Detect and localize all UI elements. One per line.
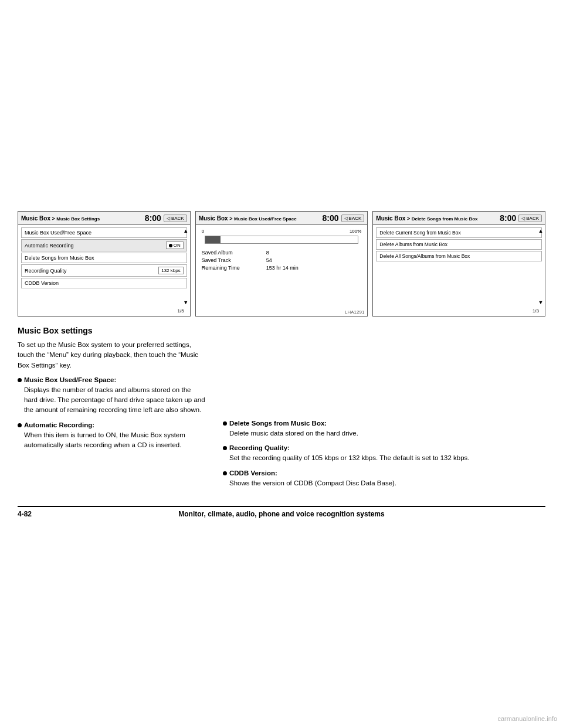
screen1-body: Music Box Used/Free Space Automatic Reco… [18, 225, 190, 292]
page-wrapper: Music Box > Music Box Settings 8:00 ◁ BA… [0, 0, 563, 728]
screen2-stat-row-0: Saved Album 8 [202, 250, 362, 256]
screen2-back-arrow-icon: ◁ [344, 216, 348, 221]
screen2-stat-label-1: Saved Track [202, 257, 260, 263]
bullet-text-right-0: Delete music data stored on the hard dri… [229, 428, 545, 438]
screen3-breadcrumb: Music Box > Delete Songs from Music Box [376, 215, 477, 222]
screen1-menu-item-0[interactable]: Music Box Used/Free Space [21, 227, 187, 238]
screen1-back-button[interactable]: ◁ BACK [164, 215, 187, 222]
bullet-dot-icon-right-0 [223, 421, 227, 426]
right-top-space [223, 326, 545, 420]
screen3-scroll-down-icon[interactable]: ▼ [538, 300, 544, 305]
screen2-header: Music Box > Music Box Used/Free Space 8:… [196, 212, 368, 225]
bullet-title-left-1: Automatic Recording: [18, 421, 205, 428]
screen3-menu-label-2: Delete All Songs/Albums from Music Box [379, 253, 470, 259]
screen2-label-100: 100% [350, 229, 361, 234]
screen1-header: Music Box > Music Box Settings 8:00 ◁ BA… [18, 212, 190, 225]
screen3-back-button[interactable]: ◁ BACK [518, 215, 542, 222]
bullet-title-text-right-0: Delete Songs from Music Box: [229, 420, 327, 427]
screen2-stats: Saved Album 8 Saved Track 54 Remaining T… [199, 250, 365, 271]
screen1-menu-item-3[interactable]: Recording Quality 132 kbps [21, 264, 187, 277]
screen3-page-indicator: 1/3 [530, 307, 542, 315]
screen2-stat-row-2: Remaining Time 153 hr 14 min [202, 265, 362, 271]
screen3-header: Music Box > Delete Songs from Music Box … [373, 212, 545, 225]
bullet-dot-icon-right-2 [223, 471, 227, 475]
screen3-breadcrumb-arrow: > [407, 216, 410, 222]
bullet-title-right-0: Delete Songs from Music Box: [223, 420, 545, 427]
screen1-breadcrumb-main: Music Box [21, 215, 50, 222]
screen2-stat-value-1: 54 [266, 257, 272, 263]
bullet-text-right-1: Set the recording quality of 105 kbps or… [229, 453, 545, 463]
screen1-menu-label-2: Delete Songs from Music Box [25, 255, 94, 261]
bullet-text-left-1: When this item is turned to ON, the Musi… [24, 430, 205, 451]
bullet-title-right-1: Recording Quality: [223, 444, 545, 451]
bullet-title-right-2: CDDB Version: [223, 470, 545, 477]
bullet-text-left-0: Displays the number of tracks and albums… [24, 385, 205, 416]
screen2-lha-label: LHA1291 [345, 309, 364, 315]
screen3-breadcrumb-main: Music Box [376, 215, 405, 222]
screen1-menu-label-3: Recording Quality [25, 268, 67, 274]
screen1-menu-item-2[interactable]: Delete Songs from Music Box [21, 253, 187, 263]
bullet-item-left-0: Music Box Used/Free Space: Displays the … [18, 376, 205, 416]
screen3-back-arrow-icon: ◁ [521, 216, 525, 221]
screen1-back-label: BACK [171, 216, 184, 221]
bullet-dot-icon-right-1 [223, 446, 227, 450]
screens-row: Music Box > Music Box Settings 8:00 ◁ BA… [18, 211, 545, 317]
screen2-header-right: 8:00 ◁ BACK [323, 213, 365, 223]
screen3-menu-item-2[interactable]: Delete All Songs/Albums from Music Box [376, 251, 542, 261]
screen1-breadcrumb-arrow: > [52, 216, 55, 222]
screen3-menu-label-1: Delete Albums from Music Box [379, 241, 447, 247]
bullet-item-right-2: CDDB Version: Shows the version of CDDB … [223, 470, 545, 488]
screen1-back-arrow-icon: ◁ [167, 216, 170, 221]
screen2-breadcrumb-sub: Music Box Used/Free Space [234, 216, 297, 222]
screen1-menu-item-1[interactable]: Automatic Recording ON [21, 239, 187, 251]
screen3-time: 8:00 [500, 213, 516, 223]
content-left: Music Box settings To set up the Music B… [18, 326, 217, 494]
screen3-breadcrumb-sub: Delete Songs from Music Box [412, 216, 478, 222]
bullet-title-text-right-1: Recording Quality: [229, 444, 290, 451]
screen2-body: 0 100% Saved Album 8 Saved Track 54 [196, 225, 368, 275]
screen1-menu-label-0: Music Box Used/Free Space [25, 230, 91, 236]
bullet-title-left-0: Music Box Used/Free Space: [18, 376, 205, 383]
screen2-stat-row-1: Saved Track 54 [202, 257, 362, 263]
screen3-menu-item-0[interactable]: Delete Current Song from Music Box [376, 227, 542, 238]
bullet-title-text-left-1: Automatic Recording: [24, 421, 94, 428]
screen2-breadcrumb-arrow: > [229, 216, 232, 222]
screen1-breadcrumb-sub: Music Box Settings [56, 216, 100, 222]
bullet-title-text-left-0: Music Box Used/Free Space: [24, 376, 116, 383]
screen1-menu-item-4[interactable]: CDDB Version [21, 278, 187, 288]
screen1-quality-value: 132 kbps [158, 267, 183, 274]
bullet-title-text-right-2: CDDB Version: [229, 470, 277, 477]
screen3-back-label: BACK [526, 216, 539, 221]
screen1-page-indicator: 1/5 [175, 307, 187, 315]
section-title: Music Box settings [18, 326, 205, 335]
screen2-stat-label-2: Remaining Time [202, 265, 260, 271]
top-space [18, 12, 545, 211]
screen1-on-badge: ON [166, 241, 184, 249]
screen3: Music Box > Delete Songs from Music Box … [372, 211, 545, 317]
bullet-item-right-1: Recording Quality: Set the recording qua… [223, 444, 545, 463]
screen3-menu-item-1[interactable]: Delete Albums from Music Box [376, 239, 542, 250]
screen2-stat-label-0: Saved Album [202, 250, 260, 256]
screen1-header-right: 8:00 ◁ BACK [145, 213, 187, 223]
screen2-back-button[interactable]: ◁ BACK [341, 215, 365, 222]
screen1: Music Box > Music Box Settings 8:00 ◁ BA… [18, 211, 191, 317]
content-area: Music Box settings To set up the Music B… [18, 326, 545, 494]
screen2-breadcrumb-main: Music Box [199, 215, 228, 222]
screen2-stat-value-2: 153 hr 14 min [266, 265, 299, 271]
screen2-progress-fill [205, 236, 221, 243]
bullet-text-right-2: Shows the version of CDDB (Compact Disc … [229, 478, 545, 488]
bullet-item-right-0: Delete Songs from Music Box: Delete musi… [223, 420, 545, 438]
watermark: carmanualonline.info [497, 715, 557, 722]
screen1-on-dot-icon [169, 244, 172, 247]
intro-text: To set up the Music Box system to your p… [18, 340, 205, 370]
content-right: Delete Songs from Music Box: Delete musi… [217, 326, 545, 494]
screen3-body: Delete Current Song from Music Box Delet… [373, 225, 545, 265]
screen1-scroll-up-icon[interactable]: ▲ [183, 228, 188, 234]
footer-text: Monitor, climate, audio, phone and voice… [53, 510, 510, 518]
screen1-menu-label-1: Automatic Recording [25, 243, 74, 249]
screen3-header-right: 8:00 ◁ BACK [500, 213, 542, 223]
screen1-on-label: ON [174, 243, 181, 248]
footer-page: 4-82 [18, 510, 53, 518]
screen1-scroll-down-icon[interactable]: ▼ [183, 300, 188, 305]
screen3-scroll-up-icon[interactable]: ▲ [538, 228, 544, 234]
